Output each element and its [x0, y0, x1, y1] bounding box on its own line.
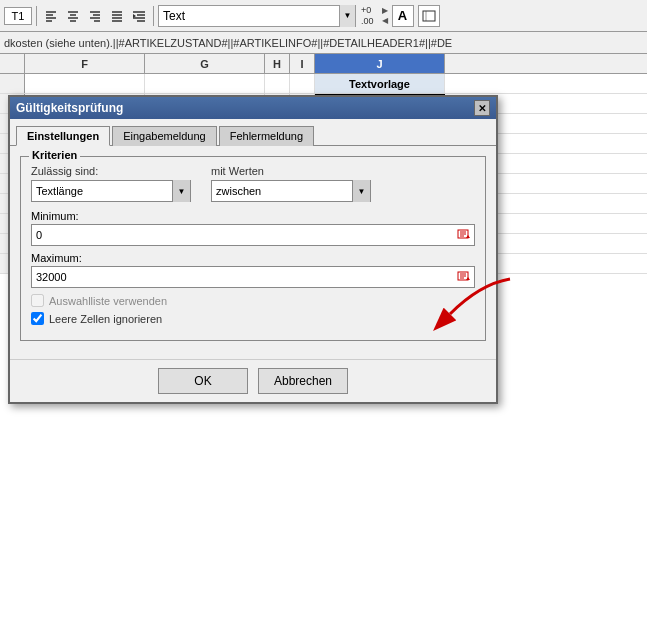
toolbar: T1 Text ▼ +0 .00 ▶◀ A [0, 0, 647, 32]
kriterien-group: Kriterien Zulässig sind: Textlänge ▼ mit… [20, 156, 486, 341]
criteria-row: Zulässig sind: Textlänge ▼ mit Werten zw… [31, 165, 475, 202]
dialog-validity: Gültigkeitsprüfung ✕ Einstellungen Einga… [8, 95, 498, 404]
mit-werten-col: mit Werten zwischen ▼ [211, 165, 371, 202]
tab-einstellungen[interactable]: Einstellungen [16, 126, 110, 146]
font-style-arrow[interactable]: ▼ [339, 5, 355, 27]
minimum-row: Minimum: [31, 210, 475, 246]
cell-i1[interactable] [290, 74, 315, 93]
col-header-h[interactable]: H [265, 54, 290, 73]
table-row: Textvorlage [0, 74, 647, 94]
formula-content: dkosten (siehe unten).||#ARTIKELZUSTAND#… [4, 37, 452, 49]
cell-f1[interactable] [25, 74, 145, 93]
cell-reference[interactable]: T1 [4, 7, 32, 25]
col-header-f[interactable]: F [25, 54, 145, 73]
leere-zellen-checkbox[interactable] [31, 312, 44, 325]
col-header-g[interactable]: G [145, 54, 265, 73]
ok-button[interactable]: OK [158, 368, 248, 394]
cell-h1[interactable] [265, 74, 290, 93]
num-decrease-btn[interactable]: .00 [361, 16, 374, 26]
format-a-label: A [398, 8, 407, 23]
tab-fehlermeldung[interactable]: Fehlermeldung [219, 126, 314, 146]
toolbar-divider-1 [36, 6, 37, 26]
row-header [0, 74, 25, 93]
zulaessig-col: Zulässig sind: Textlänge ▼ [31, 165, 191, 202]
format-box-button[interactable] [418, 5, 440, 27]
maximum-input-wrapper [31, 266, 475, 288]
leere-zellen-label: Leere Zellen ignorieren [49, 313, 162, 325]
abbrechen-button[interactable]: Abbrechen [258, 368, 348, 394]
svg-rect-21 [423, 11, 435, 21]
cell-j1-textvorlage[interactable]: Textvorlage [315, 74, 445, 93]
col-header-rownum [0, 54, 25, 73]
auswahlliste-checkbox[interactable] [31, 294, 44, 307]
maximum-row: Maximum: [31, 252, 475, 288]
minimum-input[interactable] [32, 229, 454, 241]
minimum-input-wrapper [31, 224, 475, 246]
column-headers: F G H I J [0, 54, 647, 74]
auswahlliste-label: Auswahlliste verwenden [49, 295, 167, 307]
zulaessig-label: Zulässig sind: [31, 165, 191, 177]
zulaessig-select[interactable]: Textlänge ▼ [31, 180, 191, 202]
num-increase-btn[interactable]: +0 [361, 5, 374, 15]
align-justify-btn[interactable] [107, 6, 127, 26]
minimum-label: Minimum: [31, 210, 475, 222]
dialog-tabs: Einstellungen Eingabemeldung Fehlermeldu… [10, 119, 496, 145]
align-left-btn[interactable] [41, 6, 61, 26]
group-label: Kriterien [29, 149, 80, 161]
toolbar-divider-2 [153, 6, 154, 26]
maximum-label: Maximum: [31, 252, 475, 264]
align-center-btn[interactable] [63, 6, 83, 26]
auswahlliste-row: Auswahlliste verwenden [31, 294, 475, 307]
minimum-picker-icon[interactable] [454, 225, 474, 245]
col-header-j[interactable]: J [315, 54, 445, 73]
font-style-value: Text [159, 9, 339, 23]
dialog-close-button[interactable]: ✕ [474, 100, 490, 116]
mit-werten-value: zwischen [212, 185, 352, 197]
mit-werten-select[interactable]: zwischen ▼ [211, 180, 371, 202]
dialog-title: Gültigkeitsprüfung [16, 101, 123, 115]
dialog-content: Kriterien Zulässig sind: Textlänge ▼ mit… [10, 145, 496, 359]
dialog-titlebar: Gültigkeitsprüfung ✕ [10, 97, 496, 119]
col-header-i[interactable]: I [290, 54, 315, 73]
maximum-input[interactable] [32, 271, 454, 283]
zulaessig-value: Textlänge [32, 185, 172, 197]
num-adjust-group: +0 .00 [361, 5, 374, 26]
align-right-btn[interactable] [85, 6, 105, 26]
mit-werten-arrow[interactable]: ▼ [352, 180, 370, 202]
format-a-button[interactable]: A [392, 5, 414, 27]
mit-werten-label: mit Werten [211, 165, 371, 177]
formula-bar: dkosten (siehe unten).||#ARTIKELZUSTAND#… [0, 32, 647, 54]
tab-eingabemeldung[interactable]: Eingabemeldung [112, 126, 217, 146]
dialog-buttons: OK Abbrechen [10, 359, 496, 402]
leere-zellen-row: Leere Zellen ignorieren [31, 312, 475, 325]
maximum-picker-icon[interactable] [454, 267, 474, 287]
zulaessig-arrow[interactable]: ▼ [172, 180, 190, 202]
indent-btn[interactable] [129, 6, 149, 26]
num-arrows-group[interactable]: ▶◀ [382, 6, 388, 25]
font-style-dropdown[interactable]: Text ▼ [158, 5, 356, 27]
cell-g1[interactable] [145, 74, 265, 93]
